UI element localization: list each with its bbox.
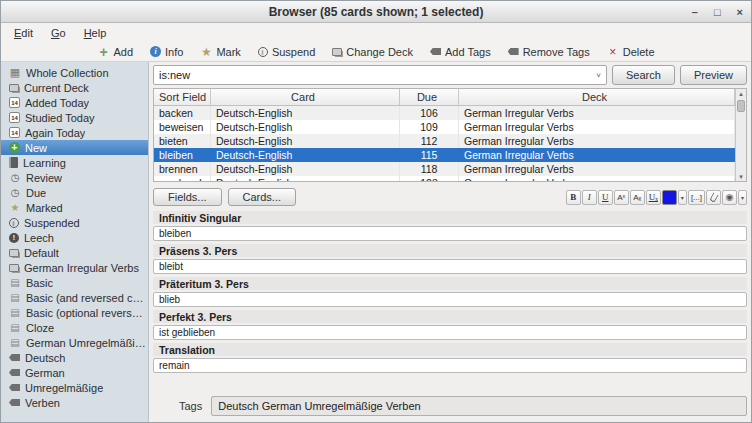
calendar-icon: 14 [9,97,20,108]
menu-item[interactable]: Help [77,25,114,41]
tags-input[interactable] [211,396,747,416]
sidebar-item[interactable]: Umregelmäßige [1,380,148,395]
maximize-button[interactable]: □ [714,7,721,18]
sidebar-item[interactable]: Deutsch [1,350,148,365]
table-row[interactable]: backen Deutsch-English 106 German Irregu… [154,106,735,120]
sidebar-item[interactable]: ▤ German Umregelmäßige Ver... [1,335,148,350]
toolbar-button[interactable]: × Delete [607,46,655,58]
table-row[interactable]: bieten Deutsch-English 112 German Irregu… [154,134,735,148]
subscript-icon[interactable]: Aₓ [630,190,645,205]
table-row[interactable]: brennen Deutsch-English 118 German Irreg… [154,162,735,176]
field-input[interactable] [153,259,747,274]
color-dropdown-icon[interactable]: ▾ [678,190,687,205]
table-scrollbar[interactable]: ▴ ▾ [735,89,746,181]
column-header[interactable]: Due [400,89,459,105]
table-row[interactable]: erschrecken Deutsch-English 123 German I… [154,176,735,182]
tag-icon [9,384,20,391]
table-row[interactable]: bleiben Deutsch-English 115 German Irreg… [154,148,735,162]
cell-due: 109 [400,120,459,134]
minimize-button[interactable]: – [692,7,698,18]
sidebar-item[interactable]: ◷ Review [1,170,148,185]
toolbar-button[interactable]: ★ Mark [200,46,240,58]
field-label: Präsens 3. Pers [153,244,747,257]
column-header[interactable]: Deck [459,89,735,105]
scroll-up-icon[interactable]: ▴ [739,90,743,97]
superscript-icon[interactable]: Aˣ [614,190,629,205]
cards-button[interactable]: Cards... [228,188,297,206]
sidebar-item[interactable]: German Irregular Verbs [1,260,148,275]
browser-window: Browser (85 cards shown; 1 selected) – □… [0,0,752,423]
tags-row: Tags [153,396,747,416]
sidebar-item-label: Basic (and reversed card) [26,292,148,304]
menu-item[interactable]: Go [44,25,73,41]
title-bar[interactable]: Browser (85 cards shown; 1 selected) – □… [1,1,751,23]
record-audio-icon[interactable]: ◉ [722,190,737,205]
sidebar-item[interactable]: ◷ Due [1,185,148,200]
bold-icon[interactable]: B [566,190,581,205]
toolbar-button[interactable]: Remove Tags [508,46,590,58]
sidebar-item[interactable]: Verben [1,395,148,410]
toolbar-button[interactable]: Add Tags [430,46,491,58]
field-input[interactable] [153,292,747,307]
editor-field: Infinitiv Singular [153,211,747,241]
scroll-down-icon[interactable]: ▾ [739,173,743,180]
cell-due: 112 [400,134,459,148]
search-input[interactable]: is:new ˅ [153,65,607,85]
menu-item[interactable]: Edit [7,25,40,41]
field-input[interactable] [153,358,747,373]
notetype-icon: ▤ [9,277,21,289]
column-header[interactable]: Card [211,89,400,105]
table-row[interactable]: beweisen Deutsch-English 109 German Irre… [154,120,735,134]
sidebar-item[interactable]: German [1,365,148,380]
sidebar-item-label: Due [26,187,46,199]
sidebar-item[interactable]: 14 Studied Today [1,110,148,125]
close-button[interactable]: × [737,7,743,18]
toolbar-button[interactable]: ∥ Suspend [258,46,315,58]
underline-icon[interactable]: U [598,190,613,205]
preview-button[interactable]: Preview [680,65,747,85]
sidebar-item[interactable]: ▤ Cloze [1,320,148,335]
sidebar-item[interactable]: ▤ Basic (and reversed card) [1,290,148,305]
cloze-icon[interactable]: [...] [688,190,705,205]
field-input[interactable] [153,226,747,241]
toolbar-button[interactable]: i Info [150,46,183,58]
sidebar-item[interactable]: ▤ Basic [1,275,148,290]
sidebar-item[interactable]: ! Leech [1,230,148,245]
sidebar-item[interactable]: 14 Added Today [1,95,148,110]
cell-deck: German Irregular Verbs [459,134,735,148]
scrollbar-thumb[interactable] [737,100,745,112]
sidebar-item[interactable]: ▤ Basic (optional reversed card) [1,305,148,320]
sidebar-item[interactable]: ∥ Suspended [1,215,148,230]
fields-button[interactable]: Fields... [153,188,222,206]
sidebar-item[interactable]: 14 Again Today [1,125,148,140]
more-dropdown-icon[interactable]: ▾ [738,190,747,205]
sidebar-item-label: German [25,367,65,379]
sidebar-item[interactable]: ★ Marked [1,200,148,215]
remove-format-icon[interactable]: Uₓ [646,190,661,205]
sidebar-item[interactable]: Default [1,245,148,260]
table-body: backen Deutsch-English 106 German Irregu… [154,106,735,182]
menu-bar: Edit Go Help [1,23,751,42]
sidebar-item-label: Basic [26,277,53,289]
italic-icon[interactable]: I [582,190,597,205]
sidebar-item[interactable]: + New [1,140,148,155]
sidebar-item[interactable]: Learning [1,155,148,170]
calendar-icon: 14 [9,112,20,123]
search-button[interactable]: Search [612,65,675,85]
tag-add-icon [430,48,441,55]
sidebar-item[interactable]: Current Deck [1,80,148,95]
toolbar-button[interactable]: + Add [97,46,133,58]
column-header[interactable]: Sort Field ˅ [154,89,211,105]
toolbar-button-label: Delete [623,46,655,58]
toolbar-button-label: Suspend [272,46,315,58]
field-label: Präteritum 3. Pers [153,277,747,290]
search-dropdown-icon[interactable]: ˅ [596,71,601,80]
text-color-swatch[interactable] [662,190,677,205]
sidebar-item[interactable]: ▦ Whole Collection [1,65,148,80]
leech-icon: ! [9,233,19,243]
toolbar-button[interactable]: Change Deck [332,46,413,58]
editor-field: Translation [153,343,747,373]
field-input[interactable] [153,325,747,340]
cell-sort-field: bleiben [154,148,211,162]
paperclip-icon[interactable] [706,190,721,205]
